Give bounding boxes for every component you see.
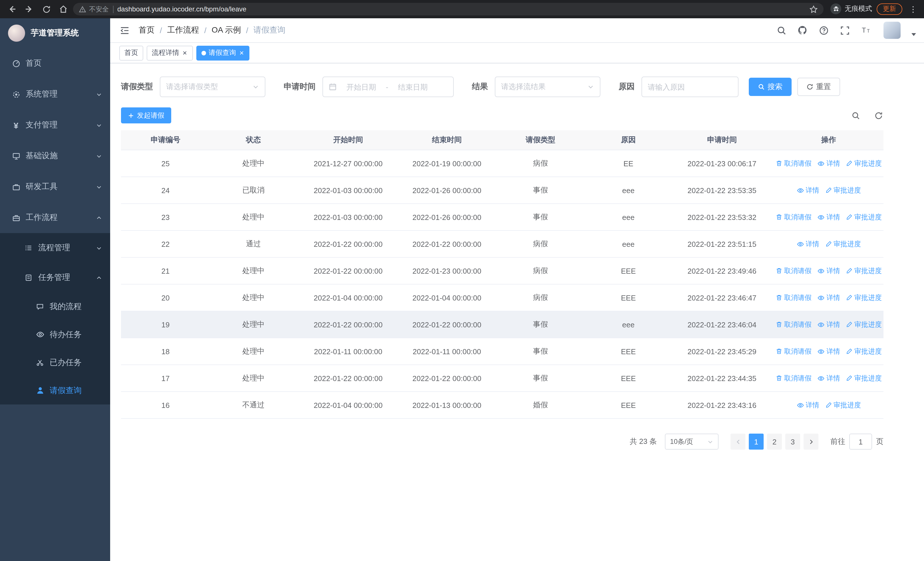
page-button-1[interactable]: 1 [749, 434, 764, 450]
sidebar-item-devtools[interactable]: 研发工具 [0, 171, 110, 202]
table-row[interactable]: 18 处理中 2022-01-11 00:00:00 2022-01-11 00… [121, 338, 884, 365]
help-icon[interactable] [818, 24, 829, 36]
sidebar-item-task-management[interactable]: 任务管理 [0, 263, 110, 292]
cancel-leave-link[interactable]: 取消请假 [776, 293, 812, 302]
detail-link[interactable]: 详情 [817, 373, 840, 383]
detail-label: 详情 [806, 400, 819, 410]
detail-link[interactable]: 详情 [817, 320, 840, 329]
table-row[interactable]: 20 处理中 2022-01-04 00:00:00 2022-01-04 00… [121, 284, 884, 311]
bookmark-star-icon[interactable] [809, 5, 818, 14]
cancel-leave-link[interactable]: 取消请假 [776, 346, 812, 356]
sidebar-item-my-processes[interactable]: 我的流程 [0, 292, 110, 320]
detail-link[interactable]: 详情 [817, 293, 840, 302]
sidebar-item-payment[interactable]: ¥ 支付管理 [0, 110, 110, 141]
sidebar-item-system[interactable]: 系统管理 [0, 79, 110, 110]
refresh-table-icon[interactable] [873, 110, 884, 120]
close-icon[interactable]: × [182, 49, 188, 57]
approval-progress-link[interactable]: 审批进度 [846, 293, 882, 302]
page-button-3[interactable]: 3 [785, 434, 800, 450]
tab-label: 首页 [124, 48, 138, 58]
result-select[interactable]: 请选择流结果 [495, 77, 600, 97]
close-icon[interactable]: × [239, 49, 244, 57]
cancel-leave-link[interactable]: 取消请假 [776, 320, 812, 329]
sidebar-item-pending-tasks[interactable]: 待办任务 [0, 320, 110, 349]
search-icon[interactable] [776, 24, 787, 36]
tab-process-detail[interactable]: 流程详情 × [147, 45, 193, 60]
date-range-picker[interactable]: - [322, 77, 454, 97]
browser-forward-button[interactable] [22, 2, 36, 17]
detail-link[interactable]: 详情 [817, 158, 840, 168]
browser-menu-icon[interactable]: ⋮ [907, 5, 920, 14]
approval-progress-link[interactable]: 审批进度 [846, 346, 882, 356]
table-row[interactable]: 24 已取消 2022-01-03 00:00:00 2022-01-26 00… [121, 177, 884, 204]
detail-link[interactable]: 详情 [796, 400, 819, 410]
reason-input[interactable] [648, 83, 732, 91]
security-warning[interactable]: 不安全 [79, 5, 109, 14]
browser-back-button[interactable] [4, 2, 20, 17]
approval-progress-link[interactable]: 审批进度 [846, 266, 882, 276]
toggle-search-icon[interactable] [850, 110, 861, 120]
font-size-icon[interactable]: TT [860, 24, 872, 36]
detail-link[interactable]: 详情 [796, 185, 819, 195]
browser-update-button[interactable]: 更新 [877, 3, 902, 15]
trash-icon [776, 321, 783, 328]
end-date-input[interactable] [391, 83, 435, 91]
chevron-down-icon [252, 83, 259, 90]
reset-button[interactable]: 重置 [797, 78, 840, 96]
sidebar-item-leave-query[interactable]: 请假查询 [0, 376, 110, 405]
leave-type-select[interactable]: 请选择请假类型 [160, 77, 266, 97]
avatar[interactable] [884, 22, 901, 39]
sidebar-item-home[interactable]: 首页 [0, 48, 110, 79]
approval-progress-link[interactable]: 审批进度 [825, 400, 861, 410]
browser-refresh-button[interactable] [39, 2, 54, 17]
table-row[interactable]: 22 通过 2022-01-22 00:00:00 2022-01-22 00:… [121, 231, 884, 258]
cancel-leave-link[interactable]: 取消请假 [776, 266, 812, 276]
cancel-leave-link[interactable]: 取消请假 [776, 373, 812, 383]
breadcrumb-home[interactable]: 首页 [139, 25, 154, 35]
sidebar-item-workflow[interactable]: 工作流程 [0, 202, 110, 233]
detail-link[interactable]: 详情 [817, 212, 840, 222]
next-page-button[interactable] [804, 434, 818, 450]
sidebar-collapse-icon[interactable] [118, 24, 131, 36]
approval-progress-link[interactable]: 审批进度 [825, 239, 861, 249]
address-bar[interactable]: 不安全 dashboard.yudao.iocoder.cn/bpm/oa/le… [73, 3, 824, 15]
create-leave-button[interactable]: 发起请假 [121, 107, 171, 123]
table-row[interactable]: 17 处理中 2022-01-22 00:00:00 2022-01-22 00… [121, 365, 884, 392]
eye-icon [796, 186, 804, 194]
url-text[interactable]: dashboard.yudao.iocoder.cn/bpm/oa/leave [117, 5, 805, 13]
approval-progress-link[interactable]: 审批进度 [846, 320, 882, 329]
sidebar-item-process-management[interactable]: 流程管理 [0, 233, 110, 263]
github-icon[interactable] [797, 24, 808, 36]
caret-down-icon[interactable] [912, 33, 916, 36]
sidebar-item-done-tasks[interactable]: 已办任务 [0, 349, 110, 376]
detail-link[interactable]: 详情 [817, 346, 840, 356]
cancel-leave-link[interactable]: 取消请假 [776, 158, 812, 168]
browser-home-button[interactable] [56, 2, 71, 17]
detail-link[interactable]: 详情 [796, 239, 819, 249]
approval-progress-link[interactable]: 审批进度 [846, 373, 882, 383]
fullscreen-icon[interactable] [839, 24, 850, 36]
prev-page-button[interactable] [730, 434, 746, 450]
approval-progress-link[interactable]: 审批进度 [846, 158, 882, 168]
search-button[interactable]: 搜索 [749, 78, 792, 96]
page-button-2[interactable]: 2 [767, 434, 782, 450]
sidebar-item-infrastructure[interactable]: 基础设施 [0, 141, 110, 171]
page-size-select[interactable]: 10条/页 [665, 434, 718, 450]
table-row[interactable]: 19 处理中 2022-01-22 00:00:00 2022-01-22 00… [121, 311, 884, 338]
table-row[interactable]: 23 处理中 2022-01-03 00:00:00 2022-01-26 00… [121, 204, 884, 231]
cancel-leave-link[interactable]: 取消请假 [776, 212, 812, 222]
cell-reason: eee [587, 320, 670, 329]
start-date-input[interactable] [339, 83, 384, 91]
table-row[interactable]: 21 处理中 2022-01-22 00:00:00 2022-01-23 00… [121, 258, 884, 284]
table-row[interactable]: 16 不通过 2022-01-04 00:00:00 2022-01-13 00… [121, 392, 884, 419]
table-row[interactable]: 25 处理中 2021-12-27 00:00:00 2022-01-19 00… [121, 150, 884, 177]
detail-link[interactable]: 详情 [817, 266, 840, 276]
goto-page-input[interactable] [849, 434, 872, 450]
tab-leave-query[interactable]: 请假查询 × [196, 45, 249, 60]
approval-progress-link[interactable]: 审批进度 [846, 212, 882, 222]
tab-home[interactable]: 首页 [119, 45, 143, 60]
approval-progress-link[interactable]: 审批进度 [825, 185, 861, 195]
logo[interactable]: 芋道管理系统 [0, 18, 110, 48]
breadcrumb-workflow[interactable]: 工作流程 [167, 25, 199, 35]
breadcrumb-oa-example[interactable]: OA 示例 [212, 25, 241, 35]
